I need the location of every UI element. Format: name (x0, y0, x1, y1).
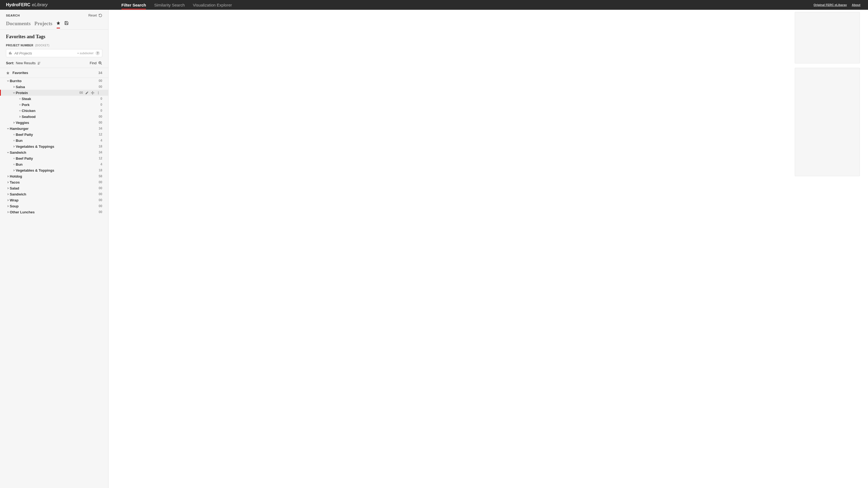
tree-node[interactable]: Hamburger34 (0, 126, 108, 131)
sidebar-tab-projects[interactable]: Projects (34, 21, 52, 27)
tree-node[interactable]: Wrap00 (0, 197, 108, 203)
sort-control[interactable]: Sort: New Results (6, 61, 41, 65)
brand-name: HydroFERC (6, 2, 30, 7)
chevron-right-icon[interactable] (6, 193, 10, 196)
tree-node-label: Pork (22, 103, 30, 107)
chevron-down-icon[interactable] (6, 79, 10, 83)
tree-node[interactable]: Bun4 (0, 161, 108, 167)
chevron-right-icon[interactable] (6, 187, 10, 190)
move-icon[interactable] (91, 91, 94, 95)
tree-node-count: 4 (100, 138, 102, 142)
tree-node[interactable]: Sandwich00 (0, 191, 108, 197)
kebab-icon[interactable] (97, 91, 100, 95)
sort-icon (37, 61, 41, 65)
tree-node-count: 34 (99, 151, 102, 154)
right-panels (795, 12, 860, 176)
bullet-icon (18, 110, 22, 111)
svg-rect-0 (9, 52, 9, 55)
star-icon (56, 21, 61, 25)
sidebar-tab-saved[interactable] (64, 21, 69, 26)
chevron-right-icon[interactable] (12, 145, 16, 148)
help-icon[interactable]: ? (95, 51, 100, 55)
tree-node-label: Tacos (10, 180, 20, 184)
edit-icon[interactable] (85, 91, 89, 95)
svg-point-5 (98, 93, 98, 93)
tab-filter-search[interactable]: Filter Search (122, 1, 146, 9)
chevron-right-icon[interactable] (12, 86, 16, 88)
project-number-label: PROJECT NUMBER (DOCKET) (0, 41, 108, 47)
tree-node-label: Sandwich (10, 151, 26, 155)
tree-node[interactable]: Soup00 (0, 203, 108, 209)
search-label: SEARCH (6, 14, 20, 17)
tree-node[interactable]: Salsa00 (0, 84, 108, 90)
chevron-right-icon[interactable] (18, 115, 22, 118)
chevron-right-icon[interactable] (12, 121, 16, 124)
tree-node[interactable]: Hotdog58 (0, 173, 108, 179)
reset-button[interactable]: Reset (88, 13, 102, 18)
tree-node-count: 00 (99, 121, 102, 124)
tree-node[interactable]: Protein00 (0, 90, 108, 96)
tree-node[interactable]: Burrito00 (0, 78, 108, 84)
find-button[interactable]: Find (90, 61, 102, 65)
building-icon (8, 51, 12, 55)
project-number-input[interactable] (14, 51, 75, 55)
chevron-down-icon[interactable] (6, 151, 10, 154)
favorites-label: Favorites (12, 71, 28, 75)
tab-visualization-explorer[interactable]: Visualization Explorer (193, 1, 232, 9)
link-original-ferc[interactable]: Original FERC eLibaray (813, 3, 847, 6)
tree-node-label: Hamburger (10, 127, 29, 131)
project-number-input-wrap[interactable]: + subdocket ? (6, 49, 102, 57)
tree-node[interactable]: Other Lunches00 (0, 209, 108, 215)
tree-node-label: Seafood (22, 115, 35, 119)
chevron-right-icon[interactable] (12, 169, 16, 172)
tree-node-count: 00 (99, 210, 102, 214)
tree-node[interactable]: Chicken0 (0, 108, 108, 113)
content-area (108, 10, 868, 488)
tree-node[interactable]: Sandwich34 (0, 150, 108, 155)
chevron-right-icon[interactable] (6, 175, 10, 178)
tree-node[interactable]: Beef Patty12 (0, 131, 108, 137)
tree-node[interactable]: Pork0 (0, 102, 108, 108)
tree-node-count: 12 (99, 133, 102, 136)
reset-icon (98, 13, 102, 18)
tab-similarity-search[interactable]: Similarity Search (154, 1, 185, 9)
tree-node-count: 00 (80, 91, 83, 95)
tree-node[interactable]: Steak0 (0, 96, 108, 102)
svg-point-6 (98, 94, 98, 94)
chevron-down-icon[interactable] (6, 127, 10, 130)
tree-node-count: 0 (100, 109, 102, 112)
tree-node-label: Other Lunches (10, 210, 35, 214)
tree-node[interactable]: Vegetables & Toppings18 (0, 167, 108, 173)
sidebar-tab-documents[interactable]: Documents (6, 21, 31, 27)
tree-node-label: Vegetables & Toppings (16, 144, 54, 149)
tree-node-count: 00 (99, 115, 102, 119)
chevron-right-icon[interactable] (6, 205, 10, 208)
bullet-icon (18, 104, 22, 105)
tree-node-count: 00 (99, 180, 102, 184)
tree-node[interactable]: Beef Patty12 (0, 155, 108, 161)
chevron-down-icon[interactable] (12, 91, 16, 94)
tree-node[interactable]: Seafood00 (0, 113, 108, 120)
tree-node-label: Wrap (10, 198, 19, 202)
tree-node[interactable]: Veggies00 (0, 120, 108, 126)
tree-node-count: 0 (100, 97, 102, 101)
tree-node-count: 12 (99, 156, 102, 160)
subdocket-label[interactable]: + subdocket (77, 52, 93, 55)
chevron-right-icon[interactable] (6, 199, 10, 202)
chevron-right-icon[interactable] (6, 210, 10, 214)
svg-rect-1 (10, 52, 10, 55)
sidebar-tab-favorites[interactable] (56, 21, 61, 26)
tree-node[interactable]: Tacos00 (0, 179, 108, 185)
tree-node[interactable]: Vegetables & Toppings18 (0, 143, 108, 150)
bullet-icon (12, 134, 16, 135)
chevron-right-icon[interactable] (6, 181, 10, 184)
tree-node-label: Protein (16, 91, 28, 95)
tree-node[interactable]: Bun4 (0, 137, 108, 143)
tree-node[interactable]: Salad00 (0, 185, 108, 191)
sidebar: SEARCH Reset Documents Projects Favorite… (0, 10, 108, 488)
favorites-header[interactable]: Favorites 34 (0, 68, 108, 78)
tree-node-count: 4 (100, 162, 102, 166)
panel-card-1 (795, 12, 860, 63)
link-about[interactable]: About (852, 3, 860, 6)
svg-rect-2 (11, 53, 11, 55)
